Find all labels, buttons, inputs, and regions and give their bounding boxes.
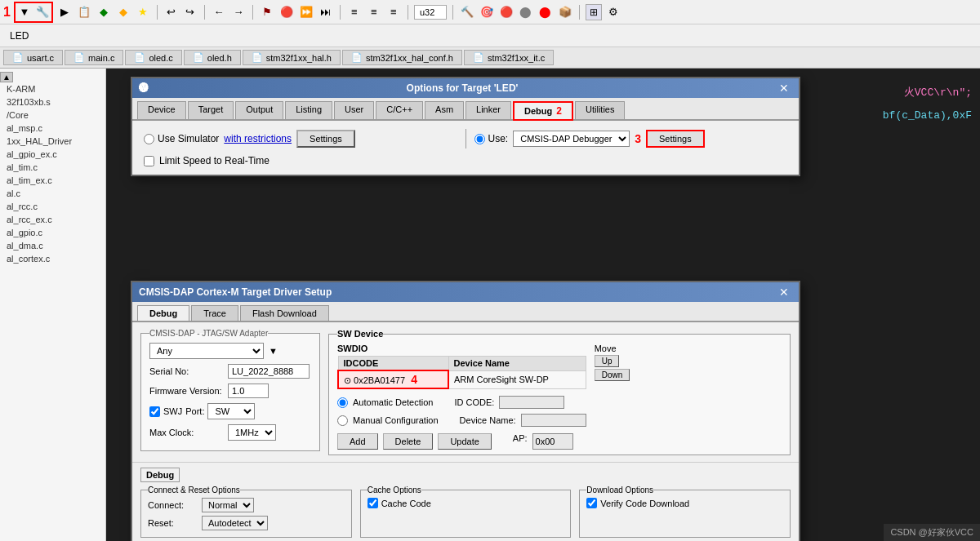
limit-speed-checkbox[interactable] [144,156,154,166]
debugger-settings-button[interactable]: Settings [646,130,705,148]
star-icon[interactable]: ★ [135,4,151,20]
ap-input[interactable] [532,433,573,450]
tab-target[interactable]: Target [188,101,234,119]
debugger-radio-input[interactable] [474,134,485,144]
reset-select[interactable]: Autodetect [202,516,268,530]
tab-asm[interactable]: Asm [425,101,464,119]
align-right-icon[interactable]: ≡ [385,4,402,20]
diamond-yellow-icon[interactable]: ◆ [115,4,131,20]
debug-divider [466,129,466,149]
tab-output[interactable]: Output [235,101,283,119]
undo-icon[interactable]: ↩ [163,4,180,20]
tab-usart-c[interactable]: 📄 usart.c [3,50,63,65]
use-debugger-radio[interactable]: Use: [474,133,509,144]
forward-icon[interactable]: → [230,4,247,20]
jump-icon[interactable]: ⏭ [318,4,334,20]
port-select[interactable]: SW JTAG [207,403,255,419]
sidebar-item-tim-ex[interactable]: al_tim_ex.c [0,174,105,187]
auto-detection-radio[interactable] [337,397,348,408]
sidebar-item-almsp[interactable]: al_msp.c [0,122,105,135]
cmsis-close-button[interactable]: ✕ [776,286,792,299]
sidebar-item-gpio[interactable]: al_gpio.c [0,226,105,239]
device-name-cell: ARM CoreSight SW-DP [448,370,586,388]
firmware-input[interactable] [228,384,269,398]
restrictions-link[interactable]: with restrictions [224,133,292,144]
redo-icon[interactable]: ↪ [182,4,198,20]
options-close-button[interactable]: ✕ [776,82,792,95]
use-simulator-radio[interactable]: Use Simulator [144,133,219,144]
tab-listing[interactable]: Listing [285,101,332,119]
sidebar-item-stm32f103[interactable]: 32f103xb.s [0,95,105,109]
dropdown-arrow-icon[interactable]: ▼ [16,4,33,20]
sidebar-item-gpio-ex[interactable]: al_gpio_ex.c [0,148,105,161]
adapter-any-select[interactable]: Any [149,343,264,359]
tab-cpp[interactable]: C/C++ [376,101,423,119]
cmsis-tab-flash[interactable]: Flash Download [240,305,329,321]
tab-hal-h[interactable]: 📄 stm32f1xx_hal.h [243,50,341,65]
scroll-up-arrow[interactable]: ▲ [0,72,13,82]
cmsis-dialog-title: CMSIS-DAP Cortex-M Target Driver Setup [139,286,332,298]
tab-utilities[interactable]: Utilities [575,101,625,119]
target-icon[interactable]: 🎯 [479,4,495,20]
sidebar-item-core[interactable]: /Core [0,109,105,122]
tab-hal-conf[interactable]: 📄 stm32f1xx_hal_conf.h [342,50,462,65]
tab-main-c[interactable]: 📄 main.c [65,50,123,65]
align-left-icon[interactable]: ≡ [346,4,363,20]
build-icon[interactable]: 🔨 [459,4,475,20]
flag-icon[interactable]: ⚑ [259,4,275,20]
debugger-select[interactable]: CMSIS-DAP Debugger [513,131,630,147]
tab-device[interactable]: Device [137,101,186,119]
tab-oled-h[interactable]: 📄 oled.h [184,50,241,65]
clock-select[interactable]: 1MHz 2MHz [228,424,276,441]
tab-it-c[interactable]: 📄 stm32f1xx_it.c [464,50,554,65]
align-center-icon[interactable]: ≡ [366,4,382,20]
diamond-green-icon[interactable]: ◆ [96,4,112,20]
back-icon[interactable]: ← [211,4,227,20]
swj-checkbox[interactable] [149,406,160,417]
view-toggle[interactable]: ⊞ [586,4,602,20]
down-button[interactable]: Down [595,369,630,381]
sidebar-item-tim[interactable]: al_tim.c [0,161,105,174]
options-dialog-titlebar: 🅥 Options for Target 'LED' ✕ [132,78,799,98]
simulator-radio-input[interactable] [144,134,154,144]
bottom-debug-panel: Debug Connect & Reset Options Connect: N… [132,462,799,541]
device-name-field[interactable] [521,414,586,427]
package-icon[interactable]: 📦 [557,4,573,20]
tab-user[interactable]: User [334,101,374,119]
serial-no-input[interactable] [228,364,310,379]
sidebar-item-rcc-ex[interactable]: al_rcc_ex.c [0,213,105,226]
verify-checkbox[interactable] [586,498,597,508]
tab-linker[interactable]: Linker [466,101,511,119]
run-icon[interactable]: ▶ [56,4,73,20]
update-button[interactable]: Update [438,433,491,450]
error-icon[interactable]: ⬤ [537,4,554,20]
tab-debug[interactable]: Debug 2 [513,101,573,121]
step-icon[interactable]: ⏩ [298,4,314,20]
id-code-input[interactable] [499,396,564,409]
sidebar-item-cortex[interactable]: al_cortex.c [0,252,105,265]
sidebar-item-haldriver[interactable]: 1xx_HAL_Driver [0,135,105,148]
stop-icon[interactable]: ⬤ [518,4,534,20]
connect-select[interactable]: Normal [202,498,254,512]
delete-button[interactable]: Delete [383,433,434,450]
dropdown-indicator: ▼ [269,346,278,356]
sidebar-item-karm[interactable]: K-ARM [0,82,105,95]
sidebar-item-rcc[interactable]: al_rcc.c [0,200,105,213]
sidebar-item-dma[interactable]: al_dma.c [0,239,105,252]
simulator-settings-button[interactable]: Settings [296,130,355,148]
cmsis-tab-debug[interactable]: Debug [137,305,189,321]
clean-icon[interactable]: 🔴 [498,4,514,20]
add-button[interactable]: Add [337,433,378,450]
cmsis-tab-trace[interactable]: Trace [191,305,238,321]
breakpoint-icon[interactable]: 🔴 [278,4,295,20]
tab-oled-c[interactable]: 📄 oled.c [125,50,181,65]
up-button[interactable]: Up [595,355,620,367]
project-dropdown[interactable]: u32 [414,5,447,20]
debug-icon[interactable]: 🔧 [34,4,51,20]
manual-config-radio[interactable] [337,415,348,426]
copy-icon[interactable]: 📋 [76,4,92,20]
adapter-legend: CMSIS-DAP - JTAG/SW Adapter [149,329,268,338]
cache-code-checkbox[interactable] [368,498,378,508]
sidebar-item-al[interactable]: al.c [0,187,105,200]
settings-icon[interactable]: ⚙ [605,4,621,20]
